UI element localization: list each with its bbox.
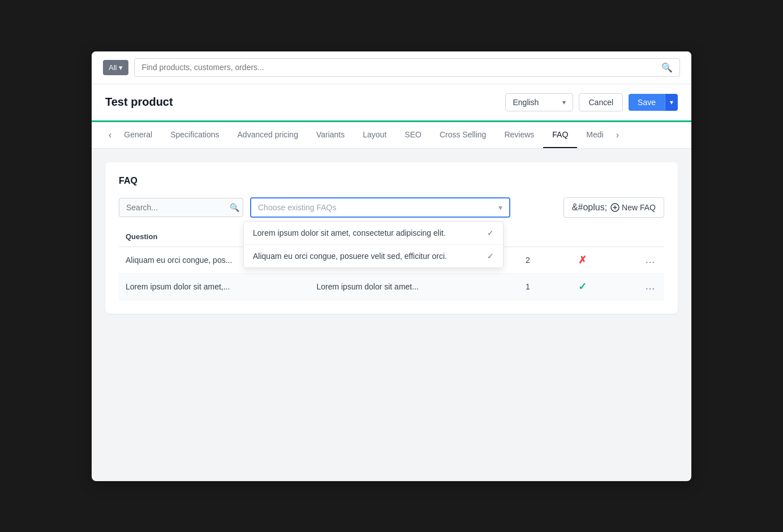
all-label: All <box>109 63 117 72</box>
row1-count: 2 <box>501 246 555 273</box>
tab-cross-selling[interactable]: Cross Selling <box>431 122 495 148</box>
tabs-container: ‹ General Specifications Advanced pricin… <box>92 122 691 149</box>
plus-circle-icon: &#oplus; <box>572 202 607 213</box>
row1-active: ✗ <box>555 246 609 273</box>
row1-empty <box>610 246 637 273</box>
col-header-empty <box>610 227 637 247</box>
dropdown-chevron-icon: ▾ <box>119 63 123 72</box>
row1-more-button[interactable]: … <box>645 254 656 266</box>
top-bar: All ▾ 🔍 <box>92 51 691 84</box>
save-button[interactable]: Save <box>629 94 665 111</box>
dropdown-item-2-text: Aliquam eu orci congue, posuere velit se… <box>253 252 447 261</box>
active-icon: ✓ <box>578 281 587 292</box>
plus-icon <box>610 203 619 212</box>
col-header-count <box>501 227 555 247</box>
search-input[interactable] <box>141 63 661 72</box>
header-actions: English ▾ Cancel Save ▾ <box>505 93 678 111</box>
save-dropdown-button[interactable]: ▾ <box>665 94 678 111</box>
check-icon-1: ✓ <box>487 228 494 237</box>
dropdown-item-1[interactable]: Lorem ipsum dolor sit amet, consectetur … <box>244 222 503 245</box>
tab-medi[interactable]: Medi <box>577 122 612 148</box>
faq-search-input[interactable] <box>126 203 225 212</box>
row2-actions: … <box>637 273 664 300</box>
tabs-prev-button[interactable]: ‹ <box>105 122 115 148</box>
row2-more-button[interactable]: … <box>645 280 656 292</box>
tab-advanced-pricing[interactable]: Advanced pricing <box>229 122 307 148</box>
row2-answer: Lorem ipsum dolor sit amet... <box>309 273 500 300</box>
tabs-next-button[interactable]: › <box>613 122 622 148</box>
col-header-active <box>555 227 609 247</box>
row2-count: 1 <box>501 273 555 300</box>
row2-active: ✓ <box>555 273 609 300</box>
new-faq-label: New FAQ <box>622 203 656 212</box>
tab-reviews[interactable]: Reviews <box>495 122 543 148</box>
tab-faq[interactable]: FAQ <box>543 122 577 148</box>
row1-actions: … <box>637 246 664 273</box>
choose-faq-placeholder: Choose existing FAQs <box>258 203 337 212</box>
check-icon-2: ✓ <box>487 252 494 261</box>
choose-faq-dropdown[interactable]: Choose existing FAQs ▾ <box>250 197 510 218</box>
tab-layout[interactable]: Layout <box>354 122 395 148</box>
faq-section-title: FAQ <box>119 176 664 186</box>
main-content: FAQ 🔍 Choose existing FAQs ▾ Lorem ipsum… <box>92 149 691 327</box>
new-faq-button[interactable]: &#oplus; New FAQ <box>563 197 664 218</box>
page-title: Test product <box>105 96 173 109</box>
language-dropdown[interactable]: English ▾ <box>505 93 573 111</box>
header: Test product English ▾ Cancel Save ▾ <box>92 84 691 122</box>
search-icon: 🔍 <box>661 62 673 73</box>
faq-search-wrap: 🔍 <box>119 198 243 217</box>
tab-general[interactable]: General <box>115 122 161 148</box>
col-header-actions <box>637 227 664 247</box>
chevron-down-icon: ▾ <box>562 98 566 106</box>
table-row: Lorem ipsum dolor sit amet,... Lorem ips… <box>119 273 664 300</box>
all-dropdown[interactable]: All ▾ <box>103 60 128 75</box>
dropdown-item-2[interactable]: Aliquam eu orci congue, posuere velit se… <box>244 245 503 267</box>
tab-specifications[interactable]: Specifications <box>161 122 228 148</box>
tab-variants[interactable]: Variants <box>307 122 354 148</box>
row2-question: Lorem ipsum dolor sit amet,... <box>119 273 309 300</box>
faq-dropdown-menu: Lorem ipsum dolor sit amet, consectetur … <box>243 221 504 268</box>
search-icon: 🔍 <box>230 203 239 212</box>
faq-toolbar: 🔍 Choose existing FAQs ▾ Lorem ipsum dol… <box>119 197 664 218</box>
choose-faq-chevron-icon: ▾ <box>498 203 502 212</box>
search-bar: 🔍 <box>134 58 680 77</box>
language-label: English <box>513 98 539 107</box>
row2-empty <box>610 273 637 300</box>
save-button-group: Save ▾ <box>629 94 678 111</box>
cancel-button[interactable]: Cancel <box>579 93 623 111</box>
tab-seo[interactable]: SEO <box>395 122 431 148</box>
faq-card: FAQ 🔍 Choose existing FAQs ▾ Lorem ipsum… <box>105 162 678 314</box>
inactive-icon: ✗ <box>578 254 587 266</box>
dropdown-item-1-text: Lorem ipsum dolor sit amet, consectetur … <box>253 228 446 237</box>
